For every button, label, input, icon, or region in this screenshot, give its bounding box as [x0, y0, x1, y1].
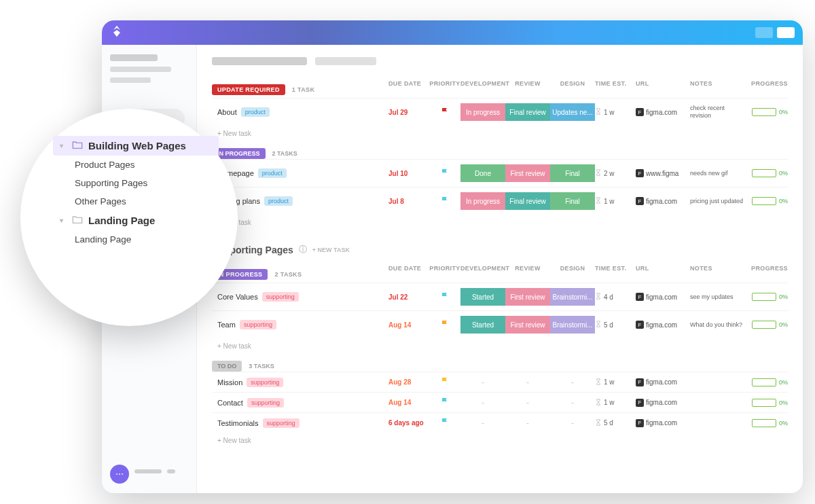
priority-flag[interactable]: [429, 418, 460, 428]
progress-cell[interactable]: 0%: [747, 321, 788, 329]
progress-cell[interactable]: 0%: [747, 378, 788, 386]
stage-review[interactable]: First review: [505, 316, 550, 334]
task-row[interactable]: HomepageproductJul 10DoneFirst reviewFin…: [212, 159, 788, 187]
task-row[interactable]: ContactsupportingAug 14---1 wFfigma.com0…: [212, 392, 788, 412]
status-pill-update-required[interactable]: UPDATE REQUIRED: [212, 84, 285, 95]
stage-development[interactable]: In progress: [460, 192, 505, 210]
skeleton-line: [134, 469, 162, 473]
time-estimate[interactable]: 2 w: [595, 169, 636, 177]
notes-cell[interactable]: check recent revision: [690, 105, 747, 120]
stage-review[interactable]: First review: [505, 288, 550, 306]
time-estimate[interactable]: 5 d: [595, 419, 636, 427]
notes-cell[interactable]: What do you think?: [690, 321, 747, 329]
new-task-button[interactable]: + New task: [212, 215, 788, 230]
sidebar-item-landing-page[interactable]: Landing Page: [53, 230, 219, 249]
progress-cell[interactable]: 0%: [747, 419, 788, 427]
new-task-link[interactable]: + NEW TASK: [312, 247, 350, 253]
due-date[interactable]: 6 days ago: [388, 419, 429, 427]
priority-flag[interactable]: [429, 107, 460, 118]
stage-development[interactable]: Started: [460, 316, 505, 334]
task-tag[interactable]: supporting: [263, 418, 300, 428]
url-cell[interactable]: Fwww.figma: [636, 169, 690, 177]
task-tag[interactable]: supporting: [262, 292, 299, 302]
stage-design[interactable]: Final: [550, 192, 595, 210]
new-task-button[interactable]: + New task: [212, 338, 788, 354]
due-date[interactable]: Jul 8: [388, 198, 429, 205]
status-pill-todo[interactable]: TO DO: [212, 361, 242, 372]
due-date[interactable]: Aug 28: [388, 378, 429, 386]
due-date[interactable]: Jul 29: [388, 109, 429, 116]
group-title-supporting-pages[interactable]: Supporting Pages ⓘ + NEW TASK: [212, 244, 788, 255]
stage-review[interactable]: First review: [505, 164, 550, 182]
sidebar-item-product-pages[interactable]: Product Pages: [53, 156, 219, 174]
progress-cell[interactable]: 0%: [747, 293, 788, 301]
url-cell[interactable]: Ffigma.com: [636, 321, 690, 329]
task-row[interactable]: Testimonialssupporting6 days ago---5 dFf…: [212, 412, 788, 433]
url-cell[interactable]: Ffigma.com: [636, 419, 690, 427]
progress-cell[interactable]: 0%: [747, 108, 788, 116]
time-estimate[interactable]: 4 d: [595, 293, 636, 301]
stage-development[interactable]: Done: [460, 164, 505, 182]
time-estimate[interactable]: 1 w: [595, 197, 636, 205]
priority-flag[interactable]: [429, 377, 460, 387]
figma-icon: F: [636, 378, 644, 386]
notes-cell[interactable]: pricing just updated: [690, 198, 747, 205]
time-estimate[interactable]: 5 d: [595, 321, 636, 329]
task-row[interactable]: TeamsupportingAug 14StartedFirst reviewB…: [212, 310, 788, 338]
url-cell[interactable]: Ffigma.com: [636, 378, 690, 386]
stage-review[interactable]: Final review: [505, 192, 550, 210]
task-tag[interactable]: product: [264, 196, 293, 206]
column-headers: IN PROGRESS 2 TASKS DUE DATE PRIORITY DE…: [212, 261, 788, 283]
url-cell[interactable]: Ffigma.com: [636, 293, 690, 301]
url-cell[interactable]: Ffigma.com: [636, 197, 690, 205]
notes-cell[interactable]: see my updates: [690, 293, 747, 301]
due-date[interactable]: Jul 10: [388, 170, 429, 177]
task-row[interactable]: Pricing plansproductJul 8In progressFina…: [212, 187, 788, 215]
notes-cell[interactable]: needs new gif: [690, 170, 747, 177]
task-tag[interactable]: supporting: [240, 320, 276, 329]
window-maximize[interactable]: [777, 27, 795, 38]
task-tag[interactable]: supporting: [247, 378, 283, 387]
sidebar-item-other-pages[interactable]: Other Pages: [53, 192, 219, 211]
task-row[interactable]: Core ValuessupportingJul 22StartedFirst …: [212, 283, 788, 310]
stage-design[interactable]: Final: [550, 164, 595, 182]
task-tag[interactable]: product: [241, 107, 270, 117]
priority-flag[interactable]: [429, 320, 460, 330]
sidebar-item-building-web-pages[interactable]: ▾ Building Web Pages: [53, 136, 219, 156]
new-task-button[interactable]: + New task: [212, 433, 788, 448]
priority-flag[interactable]: [429, 168, 460, 179]
task-tag[interactable]: product: [258, 168, 287, 178]
task-name-label: Mission: [217, 378, 242, 386]
progress-cell[interactable]: 0%: [747, 399, 788, 407]
time-estimate[interactable]: 1 w: [595, 108, 636, 116]
priority-flag[interactable]: [429, 196, 460, 206]
stage-development[interactable]: In progress: [460, 103, 505, 121]
sidebar-item-supporting-pages[interactable]: Supporting Pages: [53, 174, 219, 192]
priority-flag[interactable]: [429, 397, 460, 408]
stage-design[interactable]: Brainstormi...: [550, 288, 595, 306]
due-date[interactable]: Aug 14: [388, 399, 429, 406]
task-tag[interactable]: supporting: [247, 398, 284, 408]
new-task-button[interactable]: + New task: [212, 126, 788, 141]
due-date[interactable]: Jul 22: [388, 293, 429, 301]
progress-cell[interactable]: 0%: [747, 197, 788, 205]
url-cell[interactable]: Ffigma.com: [636, 108, 690, 116]
task-row[interactable]: AboutproductJul 29In progressFinal revie…: [212, 98, 788, 126]
priority-flag[interactable]: [429, 292, 460, 302]
time-estimate[interactable]: 1 w: [595, 399, 636, 407]
progress-cell[interactable]: 0%: [747, 169, 788, 177]
task-row[interactable]: MissionsupportingAug 28---1 wFfigma.com0…: [212, 372, 788, 392]
url-cell[interactable]: Ffigma.com: [636, 399, 690, 407]
info-icon: ⓘ: [299, 244, 307, 255]
stage-design[interactable]: Brainstormi...: [550, 316, 595, 334]
col-header-design: DESIGN: [550, 80, 595, 95]
stage-review[interactable]: Final review: [505, 103, 550, 121]
due-date[interactable]: Aug 14: [388, 321, 429, 329]
stage-development[interactable]: Started: [460, 288, 505, 306]
time-estimate[interactable]: 1 w: [595, 378, 636, 386]
stage-design[interactable]: Updates ne...: [550, 103, 595, 121]
folder-icon: [72, 140, 83, 151]
window-minimize[interactable]: [755, 27, 773, 38]
chat-icon[interactable]: ⋯: [110, 465, 129, 484]
sidebar-item-landing-page-folder[interactable]: ▾ Landing Page: [53, 211, 219, 230]
